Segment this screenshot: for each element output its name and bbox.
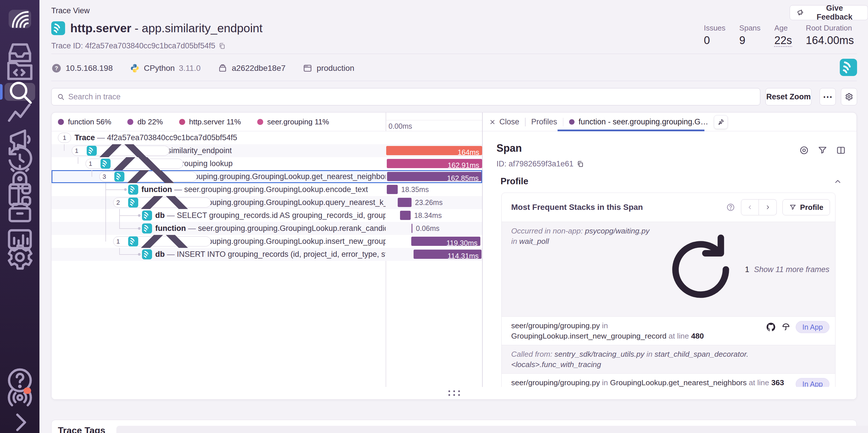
search-input[interactable] [68, 92, 755, 101]
stack-frame-row[interactable]: seer/grouping/grouping.py in GroupingLoo… [502, 373, 835, 388]
frame-text: seer/grouping/grouping.py in GroupingLoo… [511, 377, 796, 388]
drag-handle[interactable] [448, 391, 461, 396]
panel-resize-strip [52, 387, 857, 399]
header-divider [51, 54, 857, 54]
sidebar-item-releases-archive[interactable] [5, 203, 35, 221]
meta-tag-value: production [317, 64, 354, 73]
span-count-chip[interactable]: 1 [113, 236, 211, 246]
sidebar-item-settings-gear[interactable] [5, 248, 35, 266]
active-span-tab[interactable]: function - seer.grouping.grouping.G… [569, 118, 708, 126]
sidebar-item-collapse-chevron[interactable] [5, 413, 35, 431]
span-tree-row[interactable]: db — INSERT INTO grouping_records (id, p… [52, 248, 482, 261]
funnel-icon [817, 145, 828, 155]
span-duration-cell: 164ms [385, 144, 482, 157]
github-icon[interactable] [766, 322, 776, 332]
trace-settings-button[interactable] [841, 88, 857, 105]
stat-label: Root Duration [806, 24, 854, 33]
stat-value[interactable]: 22s [774, 34, 792, 47]
stat-label: Issues [704, 24, 725, 33]
span-duration-bar[interactable] [411, 224, 412, 233]
show-more-frames-link[interactable]: Show 11 more frames [754, 265, 829, 274]
duration-label: 164ms [458, 148, 479, 157]
chevron-up-icon[interactable] [833, 177, 842, 186]
chevron-left-icon [747, 204, 753, 211]
axis-zero-label: 0.00ms [389, 122, 412, 130]
span-count-chip[interactable]: 1 [72, 146, 169, 156]
span-count-chip[interactable]: 3 [99, 172, 197, 182]
more-options-button[interactable]: ⋯ [819, 88, 836, 105]
span-row-content: 1function — seer.grouping.grouping.Group… [52, 235, 385, 248]
stat-value: 164.00ms [806, 34, 854, 47]
seer-glyph [128, 185, 138, 195]
span-count-chip[interactable]: 1 [86, 159, 183, 169]
copy-icon[interactable] [576, 160, 584, 168]
profile-button[interactable]: Profile [782, 199, 830, 215]
next-stack-button[interactable] [759, 199, 777, 215]
close-tab[interactable]: Close [489, 118, 519, 126]
span-count-chip[interactable]: 1 [58, 133, 71, 143]
sidebar-item-broadcast[interactable] [5, 389, 35, 406]
tree-connector [119, 248, 120, 254]
span-tree-row[interactable]: 3function — seer.grouping.grouping.Group… [52, 170, 482, 183]
legend-label: db 22% [137, 118, 163, 126]
trace-waterfall-card: function 56%db 22%http.server 11%seer.gr… [51, 112, 857, 400]
stack-context-row: Called from: sentry_sdk/tracing_utils.py… [502, 345, 835, 373]
span-tree-row[interactable]: 1http.server — app.similarity_endpoint16… [52, 144, 482, 157]
span-tree-row[interactable]: 1seer.grouping — grouping lookup162.91ms [52, 157, 482, 170]
chevron-left-icon [747, 204, 753, 211]
sidebar-item-projects-folder[interactable] [5, 61, 35, 79]
span-duration-bar[interactable]: 164ms [386, 146, 482, 155]
span-count: 2 [116, 199, 120, 207]
duration-label: 18.34ms [414, 209, 442, 222]
span-count-chip[interactable]: 2 [113, 197, 211, 208]
seer-project-icon[interactable] [840, 59, 857, 76]
span-tree-row[interactable]: db — SELECT grouping_records.id AS group… [52, 209, 482, 222]
span-id-text: ID: af7982659f3a1e61 [496, 159, 574, 168]
span-duration-cell: 114.31ms [385, 248, 482, 261]
trace-title: http.server - app.similarity_endpoint [70, 22, 262, 35]
span-tree-row[interactable]: 1function — seer.grouping.grouping.Group… [52, 235, 482, 248]
span-duration-bar[interactable]: 114.31ms [413, 250, 482, 259]
pin-tab-button[interactable] [714, 115, 728, 129]
megaphone-icon [796, 9, 804, 17]
trace-id: Trace ID: 4f2a57ea703840cc9c1bca7d05bf54… [51, 41, 226, 51]
span-tree-row[interactable]: function — seer.grouping.grouping.Groupi… [52, 183, 482, 196]
span-duration-bar[interactable]: 162.91ms [387, 159, 482, 168]
seer-glyph [142, 223, 152, 234]
copy-icon[interactable] [218, 42, 226, 50]
span-tree-row[interactable]: function — seer.grouping.grouping.Groupi… [52, 222, 482, 235]
span-row-content: 2function — seer.grouping.grouping.Group… [52, 196, 385, 209]
pin-icon [717, 118, 724, 126]
tab-divider [525, 118, 526, 126]
sidebar-item-explore-search[interactable] [5, 83, 35, 101]
span-duration-bar[interactable] [400, 211, 411, 220]
columns-layout-icon[interactable] [836, 145, 846, 155]
sentry-logo[interactable] [9, 10, 31, 28]
span-tree-row[interactable]: 1Trace — 4f2a57ea703840cc9c1bca7d05bf54f… [52, 131, 482, 144]
meta-tag-value: CPython [144, 64, 175, 73]
span-row-content: 1http.server — app.similarity_endpoint [52, 144, 385, 157]
span-duration-bar[interactable]: 119.30ms [411, 237, 480, 246]
span-count: 1 [63, 134, 66, 142]
span-duration-bar[interactable] [398, 198, 411, 207]
seer-span-icon [114, 172, 124, 182]
profile-section-heading: Profile [500, 176, 528, 187]
profiles-tab[interactable]: Profiles [531, 118, 557, 126]
span-duration-cell: 18.35ms [385, 183, 482, 196]
funnel-icon[interactable] [817, 145, 828, 155]
seer-umbrella-icon[interactable] [781, 322, 791, 332]
span-tree-row[interactable]: 2function — seer.grouping.grouping.Group… [52, 196, 482, 209]
sidebar-item-traces-line-chart[interactable] [5, 105, 35, 123]
span-row-content: db — INSERT INTO grouping_records (id, p… [52, 248, 385, 261]
chevron-right-icon [765, 204, 771, 211]
span-duration-bar[interactable]: 162.85ms [387, 172, 482, 181]
give-feedback-button[interactable]: Give Feedback [790, 5, 868, 20]
reset-zoom-button[interactable]: Reset Zoom [766, 88, 811, 105]
help-circle-icon[interactable] [726, 203, 735, 212]
stack-frames-list: Occurred in non-app: psycopg/waiting.py … [502, 222, 835, 388]
span-duration-bar[interactable] [387, 185, 398, 194]
prev-stack-button[interactable] [741, 199, 759, 215]
span-duration-cell: 162.91ms [385, 157, 482, 170]
target-icon[interactable] [799, 145, 809, 155]
stack-frame-row[interactable]: seer/grouping/grouping.py in GroupingLoo… [502, 316, 835, 345]
